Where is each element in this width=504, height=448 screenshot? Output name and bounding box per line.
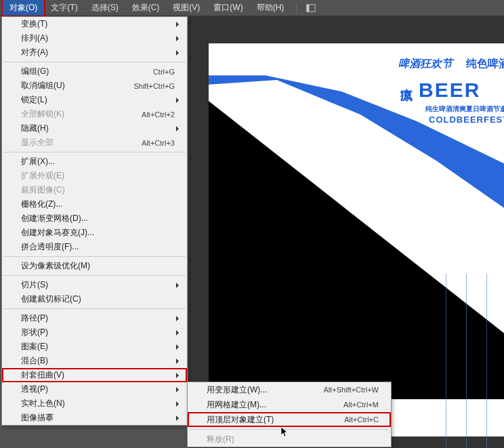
- menu-item[interactable]: 编组(G)Ctrl+G: [2, 64, 187, 79]
- menu-item[interactable]: 图像描摹: [2, 411, 187, 425]
- menu-item[interactable]: 设为像素级优化(M): [2, 259, 187, 273]
- art-text: BEER: [419, 79, 480, 102]
- menu-item-label: 用变形建立(W)...: [207, 384, 323, 396]
- submenu-item: 释放(R): [188, 432, 391, 447]
- menu-item[interactable]: 变换(T): [2, 17, 187, 31]
- menu-item-label: 扩展(X)...: [21, 156, 175, 167]
- menu-item-label: 创建裁切标记(C): [21, 293, 175, 305]
- panel-icon[interactable]: [306, 3, 316, 13]
- menu-item[interactable]: 隐藏(H): [2, 121, 187, 136]
- menu-item: 显示全部Alt+Ctrl+3: [2, 136, 187, 150]
- guide-line: [486, 274, 487, 448]
- menu-item-shortcut: Alt+Ctrl+2: [142, 110, 175, 119]
- menu-item[interactable]: 图案(E): [2, 340, 187, 354]
- menu-item-shortcut: Alt+Ctrl+M: [343, 401, 379, 409]
- menu-item-label: 编组(G): [21, 66, 153, 77]
- menu-separator: [3, 256, 186, 257]
- menu-item: 裁剪图像(C): [2, 183, 187, 197]
- menu-effect[interactable]: 效果(C): [125, 0, 167, 16]
- menu-item-label: 图像描摹: [21, 412, 175, 424]
- envelope-distort-submenu: 用变形建立(W)...Alt+Shift+Ctrl+W用网格建立(M)...Al…: [187, 382, 392, 447]
- menu-item[interactable]: 实时上色(N): [2, 396, 187, 411]
- menu-text[interactable]: 文字(T): [44, 0, 84, 16]
- menu-item-label: 创建对象马赛克(J)...: [21, 227, 175, 239]
- menu-item-label: 路径(P): [21, 312, 175, 324]
- art-text: 纯生啤酒清爽夏日啤酒节邀您畅饮: [425, 104, 504, 114]
- menu-object[interactable]: 对象(O): [3, 0, 44, 16]
- menu-item[interactable]: 取消编组(U)Shift+Ctrl+G: [2, 79, 187, 93]
- menu-item-shortcut: Alt+Ctrl+3: [142, 139, 175, 147]
- menu-item-label: 锁定(L): [21, 94, 175, 106]
- svg-rect-1: [307, 4, 310, 12]
- menu-item[interactable]: 封套扭曲(V): [2, 368, 187, 382]
- menu-view[interactable]: 视图(V): [166, 0, 207, 16]
- menu-item-label: 隐藏(H): [21, 123, 175, 134]
- submenu-item[interactable]: 用变形建立(W)...Alt+Shift+Ctrl+W: [188, 382, 391, 397]
- menu-item[interactable]: 形状(P): [2, 325, 187, 340]
- guide-line: [446, 274, 446, 448]
- menu-separator: [3, 308, 186, 309]
- menu-item-label: 混合(B): [21, 355, 175, 367]
- menu-item-label: 封套扭曲(V): [21, 369, 175, 381]
- menu-item[interactable]: 创建裁切标记(C): [2, 292, 187, 306]
- menu-item[interactable]: 创建渐变网格(D)...: [2, 211, 187, 226]
- menu-item-shortcut: Ctrl+G: [153, 68, 175, 76]
- menu-item-label: 变换(T): [21, 18, 175, 30]
- object-menu-dropdown: 变换(T)排列(A)对齐(A)编组(G)Ctrl+G取消编组(U)Shift+C…: [1, 16, 188, 426]
- art-text: 啤酒狂欢节: [398, 57, 453, 71]
- art-text: 纯色啤酒夏日狂欢: [466, 57, 504, 71]
- menu-item[interactable]: 创建对象马赛克(J)...: [2, 226, 187, 240]
- menu-item-label: 全部解锁(K): [21, 108, 142, 120]
- menu-item-label: 取消编组(U): [21, 80, 133, 91]
- menu-window[interactable]: 窗口(W): [207, 0, 249, 16]
- menu-item: 扩展外观(E): [2, 169, 187, 183]
- menu-item-label: 栅格化(Z)...: [21, 199, 175, 210]
- menu-item[interactable]: 混合(B): [2, 354, 187, 368]
- menu-item-label: 显示全部: [21, 137, 142, 148]
- menu-item[interactable]: 排列(A): [2, 31, 187, 45]
- submenu-item[interactable]: 用网格建立(M)...Alt+Ctrl+M: [188, 397, 391, 412]
- menu-item-label: 对齐(A): [21, 47, 175, 58]
- menu-item[interactable]: 路径(P): [2, 311, 187, 325]
- menu-item[interactable]: 栅格化(Z)...: [2, 197, 187, 211]
- menu-item-label: 切片(S): [21, 279, 175, 291]
- menu-item-shortcut: Shift+Ctrl+G: [133, 82, 175, 90]
- menu-item[interactable]: 对齐(A): [2, 45, 187, 60]
- cursor-icon: [281, 427, 289, 438]
- menu-item[interactable]: 切片(S): [2, 278, 187, 292]
- menu-item-label: 用顶层对象建立(T): [207, 414, 344, 426]
- menu-item-label: 排列(A): [21, 33, 175, 44]
- menu-item-label: 裁剪图像(C): [21, 184, 175, 196]
- menu-separator: [3, 152, 186, 152]
- menu-item-shortcut: Alt+Ctrl+C: [344, 415, 379, 424]
- menu-item: 全部解锁(K)Alt+Ctrl+2: [2, 107, 187, 121]
- menu-item-label: 释放(R): [207, 434, 379, 445]
- menu-item[interactable]: 扩展(X)...: [2, 155, 187, 169]
- menubar: 对象(O) 文字(T) 选择(S) 效果(C) 视图(V) 窗口(W) 帮助(H…: [0, 0, 504, 16]
- menu-item-label: 创建渐变网格(D)...: [21, 213, 175, 224]
- menu-item[interactable]: 拼合透明度(F)...: [2, 240, 187, 254]
- submenu-item[interactable]: 用顶层对象建立(T)Alt+Ctrl+C: [188, 412, 391, 427]
- menu-item[interactable]: 锁定(L): [2, 93, 187, 107]
- menu-item-label: 实时上色(N): [21, 398, 175, 409]
- art-text: COLDBEERFESTIVAL: [429, 115, 504, 125]
- menu-item-label: 用网格建立(M)...: [207, 399, 343, 411]
- menubar-separator: [296, 3, 297, 14]
- guide-line: [466, 274, 467, 448]
- menu-separator: [3, 275, 186, 276]
- menu-item-label: 透视(P): [21, 384, 175, 395]
- menu-item-label: 扩展外观(E): [21, 170, 175, 182]
- menu-item-label: 形状(P): [21, 327, 175, 338]
- menu-item-label: 拼合透明度(F)...: [21, 241, 175, 253]
- menu-item[interactable]: 透视(P): [2, 382, 187, 396]
- menu-separator: [3, 62, 186, 62]
- menu-item-label: 图案(E): [21, 341, 175, 352]
- menu-help[interactable]: 帮助(H): [250, 0, 291, 16]
- menu-separator: [189, 429, 390, 430]
- menu-item-label: 设为像素级优化(M): [21, 260, 175, 272]
- menu-item-shortcut: Alt+Shift+Ctrl+W: [323, 386, 379, 394]
- menu-select[interactable]: 选择(S): [85, 0, 125, 16]
